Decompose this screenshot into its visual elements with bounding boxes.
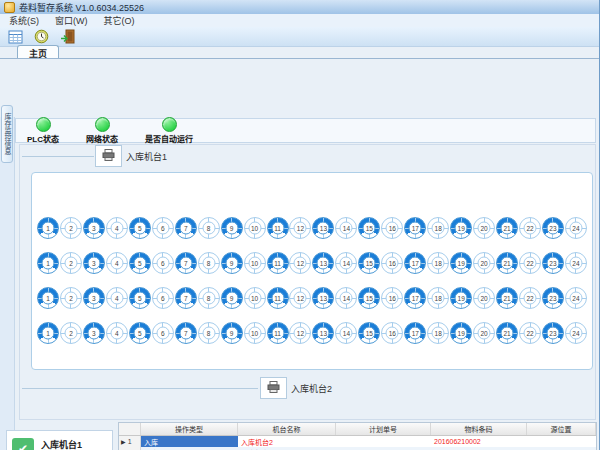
- reel-number: 5: [133, 257, 146, 270]
- machine-status-cards-panel: ✔入库机台1当前有料✔入库机台2当前有料: [6, 430, 113, 450]
- reel-number: 12: [294, 327, 307, 340]
- clock-icon[interactable]: [33, 28, 50, 45]
- tab-home[interactable]: 主页: [17, 45, 59, 58]
- reel-number: 22: [524, 292, 537, 305]
- column-header-3[interactable]: 计划单号: [336, 423, 431, 435]
- column-header-5[interactable]: 源位置: [527, 423, 596, 435]
- reel-r3-n16: 16: [381, 287, 403, 309]
- reel-number: 18: [432, 327, 445, 340]
- reel-number: 3: [87, 222, 100, 235]
- calendar-icon[interactable]: [7, 28, 24, 45]
- reel-number: 13: [317, 257, 330, 270]
- reel-number: 24: [569, 222, 582, 235]
- reel-number: 20: [478, 222, 491, 235]
- column-header-2[interactable]: 机台名称: [238, 423, 336, 435]
- reel-r4-n21: 21: [496, 322, 518, 344]
- reel-number: 7: [179, 257, 192, 270]
- reel-r3-n12: 12: [289, 287, 311, 309]
- reel-r1-n4: 4: [106, 217, 128, 239]
- reel-number: 23: [546, 222, 559, 235]
- reel-number: 4: [110, 257, 123, 270]
- table-cell[interactable]: 201606210002: [431, 436, 527, 447]
- reel-r3-n2: 2: [60, 287, 82, 309]
- reel-r1-n19: 19: [450, 217, 472, 239]
- row-selector-header: [119, 423, 141, 435]
- reel-number: 20: [478, 292, 491, 305]
- reel-number: 14: [340, 327, 353, 340]
- machine1-print-button[interactable]: [95, 145, 122, 167]
- reel-number: 14: [340, 292, 353, 305]
- reel-r4-n20: 20: [473, 322, 495, 344]
- reel-number: 4: [110, 327, 123, 340]
- reel-r3-n22: 22: [519, 287, 541, 309]
- reel-r4-n15: 15: [358, 322, 380, 344]
- table-cell[interactable]: 入库机台2: [238, 436, 336, 447]
- table-row-1[interactable]: ▶1入库入库机台2201606210002: [119, 436, 596, 447]
- reel-r2-n14: 14: [335, 252, 357, 274]
- reel-number: 5: [133, 327, 146, 340]
- reel-r3-n15: 15: [358, 287, 380, 309]
- exit-door-icon[interactable]: [59, 28, 76, 45]
- reel-number: 10: [248, 257, 261, 270]
- reel-number: 11: [271, 222, 284, 235]
- reel-r2-n2: 2: [60, 252, 82, 274]
- task-table-body: ▶1入库入库机台22016062100022入库入库机台120160621000…: [119, 436, 596, 450]
- reel-number: 7: [179, 327, 192, 340]
- card-title: 入库机台1: [41, 440, 82, 450]
- reel-number: 23: [546, 327, 559, 340]
- status-lamp-icon: [95, 117, 110, 132]
- reel-r4-n5: 5: [129, 322, 151, 344]
- reel-number: 14: [340, 222, 353, 235]
- menu-system[interactable]: 系统(S): [9, 14, 39, 27]
- column-header-1[interactable]: 操作类型: [141, 423, 238, 435]
- reel-number: 16: [386, 222, 399, 235]
- menu-other[interactable]: 其它(O): [104, 14, 135, 27]
- table-cell[interactable]: 入库: [141, 436, 238, 447]
- reel-number: 17: [409, 292, 422, 305]
- column-header-4[interactable]: 物料条码: [431, 423, 527, 435]
- reel-number: 9: [225, 222, 238, 235]
- reel-number: 22: [524, 257, 537, 270]
- reel-r2-n3: 3: [83, 252, 105, 274]
- reel-number: 12: [294, 292, 307, 305]
- main-area: 库存监控信息 PLC状态网络状态是否自动运行 入库机台1 12345678910…: [0, 58, 599, 450]
- reel-r1-n5: 5: [129, 217, 151, 239]
- row-selector[interactable]: ▶1: [119, 436, 141, 447]
- task-table-header: 操作类型机台名称计划单号物料条码源位置: [119, 423, 596, 436]
- reel-number: 9: [225, 257, 238, 270]
- reel-r3-n19: 19: [450, 287, 472, 309]
- reel-r4-n1: 1: [37, 322, 59, 344]
- table-cell[interactable]: [527, 436, 596, 447]
- reel-number: 4: [110, 292, 123, 305]
- reel-number: 18: [432, 292, 445, 305]
- printer-icon: [102, 147, 115, 165]
- reel-r3-n9: 9: [221, 287, 243, 309]
- reel-r4-n9: 9: [221, 322, 243, 344]
- reel-number: 15: [363, 292, 376, 305]
- reel-r2-n12: 12: [289, 252, 311, 274]
- reel-r4-n2: 2: [60, 322, 82, 344]
- reel-number: 21: [501, 327, 514, 340]
- reel-r2-n6: 6: [152, 252, 174, 274]
- reel-r1-n10: 10: [244, 217, 266, 239]
- reel-number: 13: [317, 292, 330, 305]
- menu-window[interactable]: 窗口(W): [55, 14, 88, 27]
- reel-number: 23: [546, 292, 559, 305]
- reel-r1-n7: 7: [175, 217, 197, 239]
- reel-number: 6: [156, 327, 169, 340]
- reel-r1-n1: 1: [37, 217, 59, 239]
- machine-status-card-1: ✔入库机台1当前有料: [12, 435, 109, 450]
- reel-row-1: 123456789101112131415161718192021222324: [37, 217, 587, 239]
- reel-number: 4: [110, 222, 123, 235]
- machine2-print-button[interactable]: [260, 377, 287, 399]
- reel-r1-n17: 17: [404, 217, 426, 239]
- reel-r2-n22: 22: [519, 252, 541, 274]
- reel-r3-n17: 17: [404, 287, 426, 309]
- reel-r2-n1: 1: [37, 252, 59, 274]
- sidebar-vertical-tab[interactable]: 库存监控信息: [1, 105, 13, 163]
- reel-r2-n20: 20: [473, 252, 495, 274]
- reel-r3-n14: 14: [335, 287, 357, 309]
- reel-r1-n18: 18: [427, 217, 449, 239]
- reel-r1-n23: 23: [542, 217, 564, 239]
- table-cell[interactable]: [336, 436, 431, 447]
